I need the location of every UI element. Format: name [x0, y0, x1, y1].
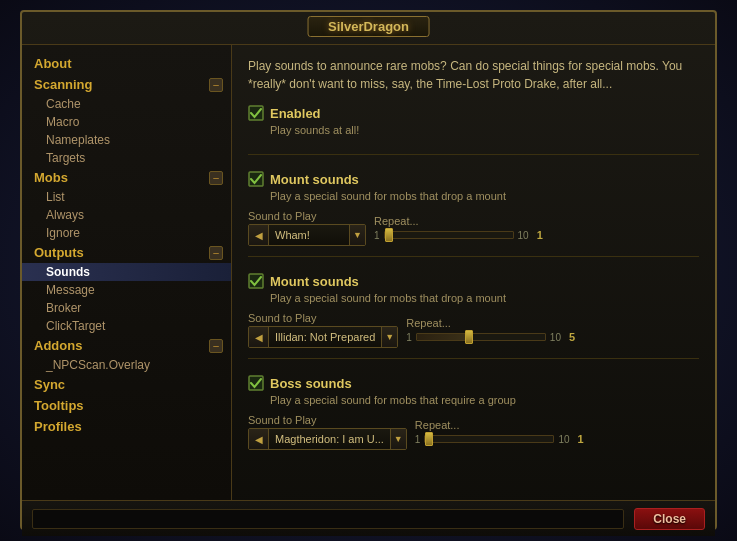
content-area: About Scanning – Cache Macro Nameplates …: [22, 44, 715, 500]
boss-slider-container: 1 10 1: [415, 433, 588, 445]
sidebar-item-ignore[interactable]: Ignore: [22, 224, 231, 242]
sidebar-item-tooltips[interactable]: Tooltips: [22, 395, 231, 416]
sidebar-label-scanning[interactable]: Scanning: [34, 77, 93, 92]
boss-slider-thumb[interactable]: [425, 432, 433, 446]
boss-checkbox[interactable]: [248, 375, 264, 391]
boss-slider-track[interactable]: [424, 435, 554, 443]
enabled-checkbox[interactable]: [248, 105, 264, 121]
sidebar-item-message[interactable]: Message: [22, 281, 231, 299]
collapse-scanning-btn[interactable]: –: [209, 78, 223, 92]
boss-slider-min: 1: [415, 434, 421, 445]
sidebar-item-targets[interactable]: Targets: [22, 149, 231, 167]
mount2-controls: Sound to Play ◀ Illidan: Not Prepared ▼ …: [248, 312, 699, 348]
boss-controls: Sound to Play ◀ Magtheridon: I am U... ▼…: [248, 414, 699, 450]
mount-desc: Play a special sound for mobs that drop …: [270, 190, 699, 202]
mount2-play-btn[interactable]: ◀: [249, 327, 269, 347]
sidebar-item-nameplates[interactable]: Nameplates: [22, 131, 231, 149]
sidebar-item-clicktarget[interactable]: ClickTarget: [22, 317, 231, 335]
boss-repeat-area: Repeat... 1 10 1: [415, 419, 588, 445]
sidebar-item-cache[interactable]: Cache: [22, 95, 231, 113]
mount-repeat-area: Repeat... 1 10 1: [374, 215, 547, 241]
sidebar-label-mobs[interactable]: Mobs: [34, 170, 68, 185]
main-window: SilverDragon About Scanning – Cache Macr…: [20, 10, 717, 530]
mount-slider-max: 10: [518, 230, 529, 241]
mount2-repeat-area: Repeat... 1 10 5: [406, 317, 579, 343]
mount-title: Mount sounds: [270, 172, 359, 187]
close-button[interactable]: Close: [634, 508, 705, 530]
collapse-outputs-btn[interactable]: –: [209, 246, 223, 260]
sidebar-item-about[interactable]: About: [22, 53, 231, 74]
title-bar: SilverDragon: [22, 12, 715, 44]
mount-header: Mount sounds: [248, 171, 699, 187]
mount-slider-thumb[interactable]: [385, 228, 393, 242]
mount2-slider-min: 1: [406, 332, 412, 343]
mount-controls: Sound to Play ◀ Wham! ▼ Repeat... 1: [248, 210, 699, 246]
mount2-sound-selector: ◀ Illidan: Not Prepared ▼: [248, 326, 398, 348]
mount-slider-min: 1: [374, 230, 380, 241]
mount2-arrow-btn[interactable]: ▼: [381, 327, 397, 347]
boss-repeat-label: Repeat...: [415, 419, 460, 431]
sidebar-item-sync[interactable]: Sync: [22, 374, 231, 395]
mount2-slider-thumb[interactable]: [465, 330, 473, 344]
sidebar-item-npcscan[interactable]: _NPCScan.Overlay: [22, 356, 231, 374]
boss-desc: Play a special sound for mobs that requi…: [270, 394, 699, 406]
mount2-slider-container: 1 10 5: [406, 331, 579, 343]
mount2-title: Mount sounds: [270, 274, 359, 289]
mount2-repeat-label: Repeat...: [406, 317, 451, 329]
mount-sound-selector: ◀ Wham! ▼: [248, 224, 366, 246]
boss-slider-max: 10: [558, 434, 569, 445]
sidebar-item-list[interactable]: List: [22, 188, 231, 206]
mount-slider-track[interactable]: [384, 231, 514, 239]
sidebar-item-macro[interactable]: Macro: [22, 113, 231, 131]
mount2-slider-max: 10: [550, 332, 561, 343]
collapse-addons-btn[interactable]: –: [209, 339, 223, 353]
mount-play-btn[interactable]: ◀: [249, 225, 269, 245]
enabled-title: Enabled: [270, 106, 321, 121]
boss-play-btn[interactable]: ◀: [249, 429, 269, 449]
sidebar-item-always[interactable]: Always: [22, 206, 231, 224]
sidebar-section-scanning: Scanning –: [22, 74, 231, 95]
sidebar-item-profiles[interactable]: Profiles: [22, 416, 231, 437]
sidebar-section-outputs: Outputs –: [22, 242, 231, 263]
mount-repeat-label: Repeat...: [374, 215, 419, 227]
mount-sound-name: Wham!: [269, 229, 349, 241]
sidebar-section-addons: Addons –: [22, 335, 231, 356]
bottom-input[interactable]: [32, 509, 624, 529]
mount-sound-label: Sound to Play: [248, 210, 366, 222]
mount-section: Mount sounds Play a special sound for mo…: [248, 171, 699, 257]
sidebar-item-sounds[interactable]: Sounds: [22, 263, 231, 281]
boss-header: Boss sounds: [248, 375, 699, 391]
enabled-section: Enabled Play sounds at all!: [248, 105, 699, 155]
sidebar-section-mobs: Mobs –: [22, 167, 231, 188]
boss-sound-name: Magtheridon: I am U...: [269, 433, 390, 445]
mount2-checkbox[interactable]: [248, 273, 264, 289]
mount-checkbox[interactable]: [248, 171, 264, 187]
mount2-header: Mount sounds: [248, 273, 699, 289]
mount2-sound-name: Illidan: Not Prepared: [269, 331, 381, 343]
mount-arrow-btn[interactable]: ▼: [349, 225, 365, 245]
sidebar-label-outputs[interactable]: Outputs: [34, 245, 84, 260]
title-bar-bg: SilverDragon: [307, 16, 430, 37]
bottom-bar: Close: [22, 500, 715, 536]
sidebar: About Scanning – Cache Macro Nameplates …: [22, 45, 232, 500]
boss-section: Boss sounds Play a special sound for mob…: [248, 375, 699, 460]
mount2-slider-track[interactable]: [416, 333, 546, 341]
mount2-section: Mount sounds Play a special sound for mo…: [248, 273, 699, 359]
mount2-desc: Play a special sound for mobs that drop …: [270, 292, 699, 304]
sidebar-label-addons[interactable]: Addons: [34, 338, 82, 353]
enabled-desc: Play sounds at all!: [270, 124, 699, 136]
main-content: Play sounds to announce rare mobs? Can d…: [232, 45, 715, 500]
boss-sound-selector: ◀ Magtheridon: I am U... ▼: [248, 428, 407, 450]
mount2-slider-value: 5: [565, 331, 579, 343]
boss-sound-label: Sound to Play: [248, 414, 407, 426]
collapse-mobs-btn[interactable]: –: [209, 171, 223, 185]
boss-title: Boss sounds: [270, 376, 352, 391]
boss-arrow-btn[interactable]: ▼: [390, 429, 406, 449]
boss-slider-value: 1: [574, 433, 588, 445]
mount2-sound-label: Sound to Play: [248, 312, 398, 324]
mount-slider-container: 1 10 1: [374, 229, 547, 241]
enabled-header: Enabled: [248, 105, 699, 121]
sidebar-item-broker[interactable]: Broker: [22, 299, 231, 317]
window-title: SilverDragon: [328, 19, 409, 34]
mount-slider-value: 1: [533, 229, 547, 241]
